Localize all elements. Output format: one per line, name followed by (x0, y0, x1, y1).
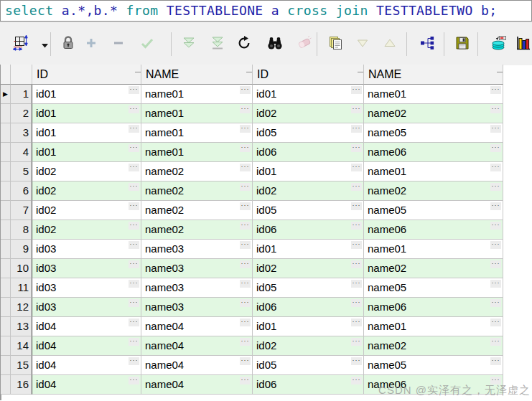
cell[interactable]: name01··· (364, 240, 503, 259)
cell-ellipsis-button[interactable]: ··· (351, 86, 362, 94)
grid-options-button[interactable] (11, 35, 30, 54)
cell[interactable]: id03··· (32, 259, 141, 278)
cell[interactable]: name06··· (364, 220, 503, 240)
cell-ellipsis-button[interactable]: ··· (490, 144, 501, 152)
cell[interactable]: id01··· (253, 85, 364, 104)
cell[interactable]: name02··· (364, 181, 503, 201)
post-changes-button[interactable] (138, 35, 157, 54)
column-header-name-2[interactable]: NAME (141, 65, 253, 85)
cell-ellipsis-button[interactable]: ··· (240, 144, 251, 152)
move-up-button[interactable] (381, 35, 399, 54)
cell[interactable]: name02··· (141, 220, 253, 240)
cell-ellipsis-button[interactable]: ··· (129, 105, 139, 113)
cell[interactable]: id01··· (32, 85, 141, 104)
cell[interactable]: id01··· (253, 162, 364, 181)
cell-ellipsis-button[interactable]: ··· (129, 202, 139, 210)
cell-ellipsis-button[interactable]: ··· (129, 299, 139, 307)
cell-ellipsis-button[interactable]: ··· (240, 338, 251, 346)
cell[interactable]: id06··· (253, 143, 364, 162)
cell-ellipsis-button[interactable]: ··· (351, 125, 362, 133)
move-down-button[interactable] (353, 35, 372, 54)
cell-ellipsis-button[interactable]: ··· (240, 260, 251, 268)
cell-ellipsis-button[interactable]: ··· (351, 319, 362, 326)
cell-ellipsis-button[interactable]: ··· (129, 260, 139, 268)
cell[interactable]: id04··· (32, 317, 141, 336)
refresh-button[interactable] (235, 35, 253, 54)
cell[interactable]: id03··· (32, 278, 141, 298)
cell[interactable]: name04··· (141, 356, 253, 375)
cell-ellipsis-button[interactable]: ··· (129, 319, 139, 326)
cell[interactable]: name01··· (141, 143, 253, 162)
cell[interactable]: name06··· (364, 298, 503, 317)
cell[interactable]: id03··· (32, 298, 141, 317)
cell-ellipsis-button[interactable]: ··· (129, 144, 139, 152)
cell-ellipsis-button[interactable]: ··· (351, 377, 362, 385)
cell[interactable]: id06··· (253, 220, 364, 240)
cell-ellipsis-button[interactable]: ··· (351, 164, 362, 171)
cell-ellipsis-button[interactable]: ··· (240, 377, 251, 385)
cell[interactable]: id01··· (253, 240, 364, 259)
cell[interactable]: id02··· (32, 162, 141, 181)
row-number-cell[interactable]: 10 (11, 259, 32, 278)
cell-ellipsis-button[interactable]: ··· (490, 377, 501, 385)
row-number-cell[interactable]: 11 (11, 278, 32, 298)
clear-button[interactable] (295, 35, 314, 54)
grid-options-dropdown-button[interactable] (36, 35, 55, 54)
row-number-cell[interactable]: 3 (11, 123, 32, 143)
cell[interactable]: name02··· (364, 259, 503, 278)
find-button[interactable] (266, 35, 284, 54)
cell-ellipsis-button[interactable]: ··· (129, 125, 139, 133)
cell[interactable]: id02··· (253, 104, 364, 123)
row-number-cell[interactable]: 13 (11, 317, 32, 336)
cell-ellipsis-button[interactable]: ··· (129, 183, 139, 191)
cell-ellipsis-button[interactable]: ··· (240, 86, 251, 94)
cell-ellipsis-button[interactable]: ··· (490, 338, 501, 346)
cell-ellipsis-button[interactable]: ··· (129, 164, 139, 171)
row-number-cell[interactable]: 4 (11, 143, 32, 162)
cell[interactable]: id02··· (32, 201, 141, 220)
column-header-name-4[interactable]: NAME (364, 65, 503, 85)
cell[interactable]: name02··· (364, 336, 503, 356)
cell[interactable]: name04··· (141, 336, 253, 356)
cell-ellipsis-button[interactable]: ··· (490, 86, 501, 94)
cell[interactable]: id02··· (32, 181, 141, 201)
cell-ellipsis-button[interactable]: ··· (129, 280, 139, 288)
cell[interactable]: name02··· (141, 181, 253, 201)
column-header-id-3[interactable]: ID (253, 65, 364, 85)
cell[interactable]: name02··· (364, 104, 503, 123)
cell-ellipsis-button[interactable]: ··· (240, 125, 251, 133)
cell[interactable]: name01··· (141, 104, 253, 123)
cell-ellipsis-button[interactable]: ··· (351, 338, 362, 346)
cell-ellipsis-button[interactable]: ··· (490, 183, 501, 191)
cell[interactable]: name01··· (364, 85, 503, 104)
cell[interactable]: name03··· (141, 240, 253, 259)
cell[interactable]: id05··· (253, 356, 364, 375)
cell-ellipsis-button[interactable]: ··· (490, 299, 501, 307)
cell[interactable]: id06··· (253, 298, 364, 317)
cell[interactable]: id03··· (32, 240, 141, 259)
cell[interactable]: name05··· (364, 201, 503, 220)
cell-ellipsis-button[interactable]: ··· (351, 280, 362, 288)
row-number-cell[interactable]: 2 (11, 104, 32, 123)
cell[interactable]: id04··· (32, 375, 141, 395)
cell[interactable]: name01··· (364, 162, 503, 181)
cell-ellipsis-button[interactable]: ··· (240, 222, 251, 230)
cell[interactable]: id02··· (253, 181, 364, 201)
cell-ellipsis-button[interactable]: ··· (490, 222, 501, 230)
cell[interactable]: id06··· (253, 375, 364, 395)
cell[interactable]: name01··· (141, 85, 253, 104)
row-number-cell[interactable]: 7 (11, 201, 32, 220)
row-number-cell[interactable]: 1 (11, 85, 32, 104)
cell[interactable]: name03··· (141, 298, 253, 317)
cell-ellipsis-button[interactable]: ··· (129, 377, 139, 385)
cell-ellipsis-button[interactable]: ··· (351, 260, 362, 268)
cell-ellipsis-button[interactable]: ··· (129, 241, 139, 249)
commit-database-button[interactable] (490, 35, 508, 54)
row-number-cell[interactable]: 16 (11, 375, 32, 395)
cell-ellipsis-button[interactable]: ··· (129, 222, 139, 230)
copy-to-clipboard-button[interactable] (327, 35, 345, 54)
cell-ellipsis-button[interactable]: ··· (240, 183, 251, 191)
cell-ellipsis-button[interactable]: ··· (240, 105, 251, 113)
save-results-button[interactable] (453, 35, 472, 54)
cell-ellipsis-button[interactable]: ··· (240, 357, 251, 365)
